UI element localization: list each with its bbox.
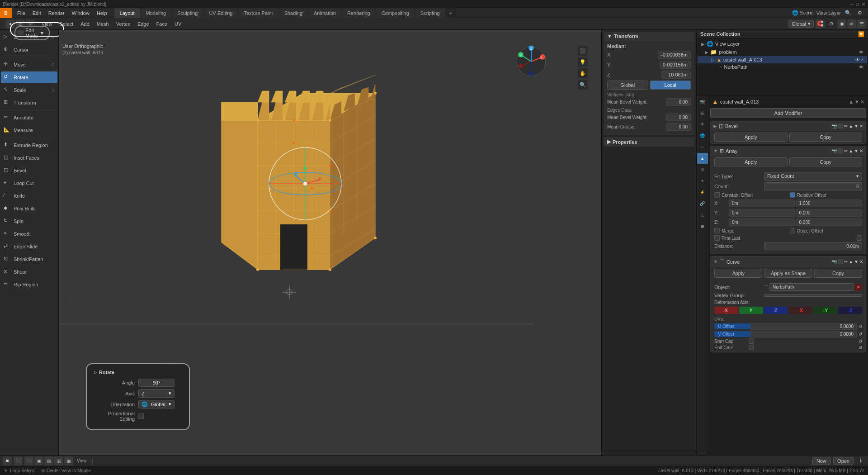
v-offset-label[interactable]: V Offset bbox=[714, 331, 750, 337]
tool-bevel[interactable]: ◫ Bevel bbox=[1, 165, 57, 176]
properties-section-header[interactable]: ▶ Properties bbox=[604, 137, 694, 147]
vertex-group-input[interactable] bbox=[764, 294, 862, 297]
bevel-down-icon[interactable]: ▼ bbox=[854, 124, 859, 128]
array-delete-icon[interactable]: ✕ bbox=[859, 148, 863, 153]
tool-rotate[interactable]: ↺ Rotate R bbox=[1, 71, 57, 83]
tool-knife[interactable]: ∕ Knife bbox=[1, 190, 57, 202]
tool-ripregion[interactable]: ✂ Rip Region bbox=[1, 279, 57, 290]
curve-up-icon[interactable]: ▲ bbox=[849, 259, 853, 264]
viewport-shading-solid[interactable]: ● bbox=[6, 19, 15, 28]
y-value[interactable]: 0.000156m bbox=[660, 61, 691, 69]
visibility-icon[interactable]: 👁 bbox=[859, 50, 863, 55]
collection-item-problem[interactable]: ▶ 📁 problem 👁 bbox=[698, 48, 867, 56]
start-cap-reset[interactable]: ↺ bbox=[859, 339, 862, 344]
tool-extrude[interactable]: ⬆ Extrude Region bbox=[1, 139, 57, 151]
obj-offset-checkbox[interactable] bbox=[790, 228, 795, 233]
array-up-icon[interactable]: ▲ bbox=[849, 148, 853, 153]
x-offset-const[interactable]: 0m bbox=[729, 200, 795, 207]
curve-object-clear[interactable]: ✕ bbox=[855, 284, 862, 291]
open-btn[interactable]: Open bbox=[833, 457, 854, 465]
blender-logo[interactable]: B bbox=[0, 8, 12, 18]
light-icon[interactable]: 💡 bbox=[578, 57, 588, 67]
count-input[interactable]: 6 bbox=[764, 182, 862, 190]
array-copy-btn[interactable]: Copy bbox=[789, 157, 863, 166]
array-cam-icon[interactable]: 📷 bbox=[831, 148, 837, 153]
tab-layout[interactable]: Layout bbox=[114, 8, 140, 18]
collection-item-scene[interactable]: ▶ 🌐 View Layer bbox=[698, 40, 867, 48]
props-arrow-down[interactable]: ▼ bbox=[854, 99, 859, 105]
props-tab-material[interactable]: ◼ bbox=[697, 221, 708, 232]
z-value[interactable]: 10.061m bbox=[661, 71, 691, 79]
global-btn[interactable]: Global bbox=[607, 81, 648, 90]
props-tab-render[interactable]: 📷 bbox=[697, 96, 708, 107]
menu-render[interactable]: Render bbox=[45, 8, 68, 18]
bottom-select-icon[interactable]: ◽ bbox=[3, 456, 12, 466]
props-tab-scene[interactable]: 🌐 bbox=[697, 130, 708, 141]
bottom-icon5[interactable]: ▦ bbox=[64, 456, 73, 466]
curve-visibility-icon[interactable]: 👁 bbox=[859, 65, 863, 70]
hand-icon[interactable]: ✋ bbox=[578, 68, 588, 78]
collection-item-mesh[interactable]: ▷ ▲ castel wall_A.013 👁 ↗ bbox=[698, 56, 867, 63]
tool-transform[interactable]: ⊞ Transform bbox=[1, 97, 57, 109]
nav-gizmo[interactable]: X Y Z bbox=[515, 46, 547, 78]
search-icon[interactable]: 🔍 bbox=[844, 9, 853, 18]
tab-rendering[interactable]: Rendering bbox=[342, 8, 376, 18]
vp-vertex-btn[interactable]: Vertex bbox=[113, 21, 133, 27]
curve-modifier-header[interactable]: ▼ ⌒ Curve 📷 ⬛ ✏ ▲ ▼ ✕ bbox=[711, 256, 866, 267]
vp-edge-btn[interactable]: Edge bbox=[135, 21, 152, 27]
curve-edit-icon[interactable]: ✏ bbox=[844, 259, 848, 264]
bevel-up-icon[interactable]: ▲ bbox=[849, 124, 853, 128]
bottom-icon4[interactable]: ▥ bbox=[54, 456, 63, 466]
mesh-link-icon[interactable]: ↗ bbox=[860, 57, 863, 62]
start-cap-input[interactable] bbox=[749, 338, 754, 344]
props-tab-data[interactable]: △ bbox=[697, 209, 708, 220]
gizmo-toggle[interactable]: ⊕ bbox=[847, 19, 856, 28]
orientation-dropdown[interactable]: 🌐 Global ▾ bbox=[138, 400, 175, 408]
new-btn[interactable]: New bbox=[812, 457, 830, 465]
tool-shrinkfatten[interactable]: ⊡ Shrink/Fatten bbox=[1, 253, 57, 265]
deform-z-btn[interactable]: Z bbox=[764, 307, 788, 314]
z-offset-rel[interactable]: 0.000 bbox=[796, 218, 863, 226]
deform-neg-y-btn[interactable]: -Y bbox=[813, 307, 837, 314]
bevel-cam-icon[interactable]: 📷 bbox=[831, 124, 837, 128]
minimize-btn[interactable]: ─ bbox=[850, 2, 854, 7]
array-apply-btn[interactable]: Apply bbox=[714, 157, 788, 166]
curve-render-icon[interactable]: ⬛ bbox=[838, 259, 843, 264]
distance-input[interactable]: 0.01m bbox=[764, 242, 862, 250]
array-render-icon[interactable]: ⬛ bbox=[838, 148, 843, 153]
overlay-toggle[interactable]: ◉ bbox=[837, 19, 846, 28]
array-edit-icon[interactable]: ✏ bbox=[844, 148, 848, 153]
deform-neg-x-btn[interactable]: -X bbox=[788, 307, 812, 314]
end-cap-reset[interactable]: ↺ bbox=[859, 345, 862, 350]
tab-compositing[interactable]: Compositing bbox=[376, 8, 415, 18]
bottom-icon1[interactable]: ⬛ bbox=[24, 456, 33, 466]
u-offset-value[interactable]: 0.0000 bbox=[750, 323, 857, 330]
bevel-delete-icon[interactable]: ✕ bbox=[859, 124, 863, 128]
tab-sculpting[interactable]: Sculpting bbox=[172, 8, 203, 18]
tool-edgeslide[interactable]: ⇄ Edge Slide bbox=[1, 241, 57, 252]
tool-polybuild[interactable]: ◆ Poly Build bbox=[1, 203, 57, 214]
bottom-mode-icon[interactable]: ⬛ bbox=[14, 456, 23, 466]
bottom-icon2[interactable]: ▣ bbox=[34, 456, 43, 466]
curve-down-icon[interactable]: ▼ bbox=[854, 259, 859, 264]
u-reset-icon[interactable]: ↺ bbox=[859, 324, 862, 329]
tool-annotate[interactable]: ✏ Annotate bbox=[1, 112, 57, 124]
deform-x-btn[interactable]: X bbox=[714, 307, 738, 314]
xray-toggle[interactable]: ☰ bbox=[857, 19, 866, 28]
props-tab-modifier[interactable]: ⚙ bbox=[697, 164, 708, 175]
fit-type-dropdown[interactable]: Fixed Count ▾ bbox=[764, 172, 862, 180]
mean-crease-value[interactable]: 0.00 bbox=[666, 123, 691, 131]
add-modifier-btn[interactable]: Add Modifier bbox=[710, 108, 866, 118]
curve-copy-btn[interactable]: Copy bbox=[814, 269, 862, 278]
vp-select-btn[interactable]: Select bbox=[57, 21, 76, 27]
menu-edit[interactable]: Edit bbox=[29, 8, 45, 18]
menu-help[interactable]: Help bbox=[93, 8, 111, 18]
tool-spin[interactable]: ↻ Spin bbox=[1, 215, 57, 227]
curve-delete-icon[interactable]: ✕ bbox=[859, 259, 863, 264]
vp-add-btn[interactable]: Add bbox=[78, 21, 92, 27]
tab-uv-editing[interactable]: UV Editing bbox=[203, 8, 238, 18]
end-cap-input[interactable] bbox=[749, 345, 754, 350]
axis-dropdown[interactable]: Z ▾ bbox=[138, 389, 175, 398]
y-offset-const[interactable]: 0m bbox=[729, 209, 795, 217]
tool-cursor[interactable]: ⊕ Cursor bbox=[1, 44, 57, 56]
